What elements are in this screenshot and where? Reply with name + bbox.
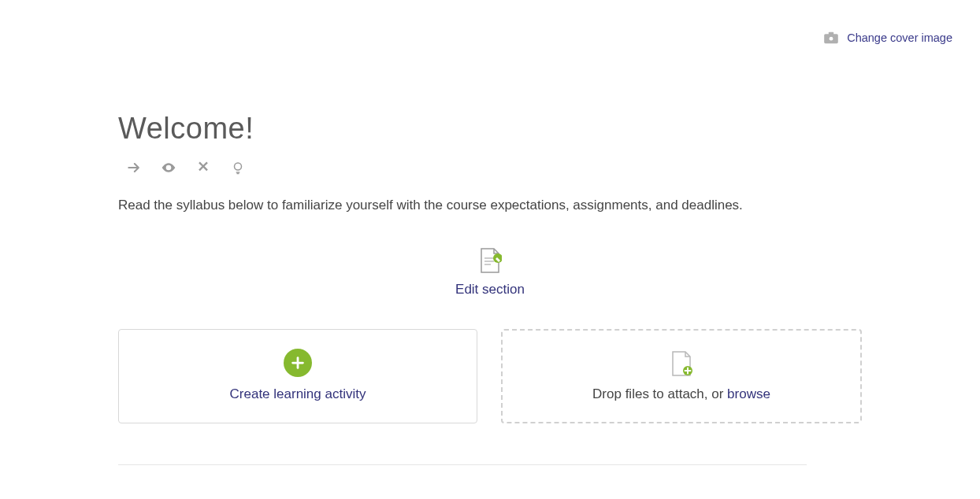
plus-circle-icon	[284, 349, 312, 377]
page-title: Welcome!	[118, 112, 862, 146]
arrow-right-icon[interactable]	[126, 160, 142, 176]
lightbulb-icon[interactable]	[230, 160, 246, 176]
file-add-icon	[670, 350, 693, 377]
divider	[118, 464, 807, 465]
edit-section-label: Edit section	[455, 282, 525, 298]
browse-link[interactable]: browse	[727, 386, 770, 401]
svg-point-5	[235, 163, 242, 170]
section-toolbar	[126, 160, 862, 176]
drop-files-card[interactable]: Drop files to attach, or browse	[501, 329, 862, 423]
change-cover-button[interactable]: Change cover image	[823, 31, 952, 44]
edit-section-button[interactable]: Edit section	[455, 247, 525, 298]
action-cards: Create learning activity Drop files to a…	[118, 329, 862, 423]
svg-point-2	[830, 37, 833, 41]
svg-point-4	[167, 166, 169, 168]
change-cover-label: Change cover image	[847, 31, 952, 44]
section-description: Read the syllabus below to familiarize y…	[118, 194, 764, 216]
camera-icon	[823, 31, 839, 44]
drop-prefix-text: Drop files to attach, or	[592, 386, 727, 401]
svg-rect-1	[829, 32, 833, 35]
document-edit-icon	[478, 247, 502, 274]
main-content: Welcome! Read the syll	[118, 112, 862, 423]
create-activity-label: Create learning activity	[230, 386, 366, 402]
create-learning-activity-card[interactable]: Create learning activity	[118, 329, 477, 423]
eye-icon[interactable]	[161, 160, 176, 176]
drop-files-label: Drop files to attach, or browse	[592, 386, 770, 402]
close-icon[interactable]	[195, 160, 211, 176]
